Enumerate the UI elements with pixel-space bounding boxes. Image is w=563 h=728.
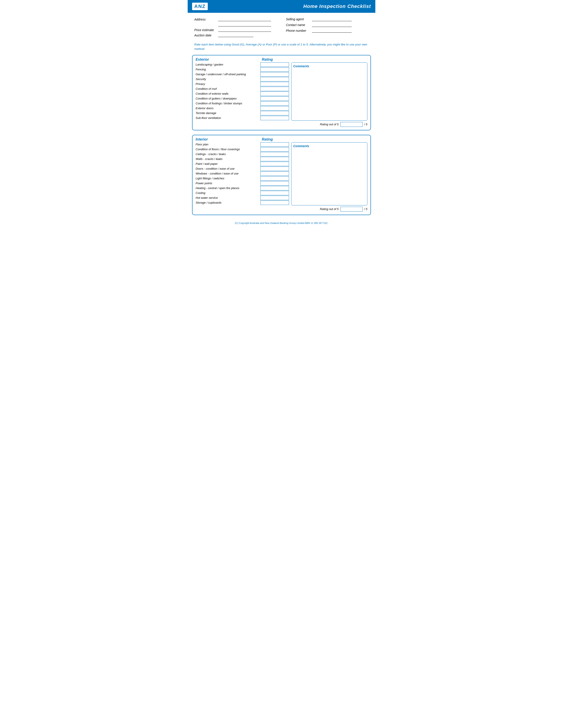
exterior-item-label-7: Condition of gutters / downpipes bbox=[195, 97, 258, 100]
interior-item-label-4: Paint / wall paper bbox=[195, 162, 258, 165]
exterior-item-row: Condition of footings / timber stumps bbox=[195, 101, 289, 106]
interior-rating-input-4[interactable] bbox=[260, 162, 289, 166]
interior-item-row: Walls - cracks / leaks bbox=[195, 157, 289, 161]
interior-rating-input-3[interactable] bbox=[260, 157, 289, 161]
address-label: Address bbox=[194, 17, 216, 21]
selling-agent-label: Selling agent bbox=[286, 17, 310, 21]
interior-rating-input-7[interactable] bbox=[260, 176, 289, 181]
left-fields: Address Price estimate Auction date bbox=[194, 17, 277, 37]
interior-comments-label: Comments bbox=[293, 144, 366, 148]
exterior-item-row: Fencing bbox=[195, 67, 289, 72]
interior-item-label-10: Cooling bbox=[195, 191, 258, 195]
selling-agent-input[interactable] bbox=[312, 17, 352, 21]
exterior-item-row: Exterior doors bbox=[195, 106, 289, 111]
interior-item-row: Doors - condition / ease of use bbox=[195, 167, 289, 171]
exterior-item-label-1: Fencing bbox=[195, 68, 258, 71]
exterior-rating-input-0[interactable] bbox=[260, 62, 289, 67]
exterior-rating-input-11[interactable] bbox=[260, 116, 289, 120]
contact-name-input[interactable] bbox=[312, 23, 352, 27]
exterior-title: Exterior bbox=[195, 58, 262, 62]
exterior-item-row: Security bbox=[195, 77, 289, 81]
phone-number-label: Phone number bbox=[286, 29, 310, 32]
interior-rating-input-0[interactable] bbox=[260, 142, 289, 147]
interior-rating-input-8[interactable] bbox=[260, 181, 289, 186]
interior-title: Interior bbox=[195, 137, 262, 141]
interior-rating-input-10[interactable] bbox=[260, 191, 289, 195]
exterior-item-row: Termite damage bbox=[195, 111, 289, 115]
exterior-item-row: Condition of exterior walls bbox=[195, 92, 289, 96]
auction-date-input[interactable] bbox=[218, 33, 253, 37]
exterior-rating-input-9[interactable] bbox=[260, 106, 289, 111]
interior-rating-input-9[interactable] bbox=[260, 186, 289, 190]
interior-item-label-7: Light fittings / switches bbox=[195, 177, 258, 180]
interior-rating-title: Rating bbox=[262, 137, 273, 141]
interior-rating-input-1[interactable] bbox=[260, 147, 289, 152]
exterior-item-row: Landscaping / garden bbox=[195, 62, 289, 67]
interior-rating-out-row: Rating out of 5 / 5 bbox=[195, 207, 368, 212]
exterior-rating-input-4[interactable] bbox=[260, 82, 289, 86]
interior-item-row: Windows - condition / ease of use bbox=[195, 171, 289, 176]
exterior-rating-out-label: Rating out of 5 bbox=[320, 123, 339, 126]
exterior-item-label-6: Condition of exterior walls bbox=[195, 92, 258, 95]
interior-items: Floor planCondition of floors / floor co… bbox=[195, 142, 289, 205]
exterior-item-label-11: Sub-floor ventilation bbox=[195, 116, 258, 120]
exterior-item-row: Condition of roof bbox=[195, 87, 289, 91]
interior-item-row: Heating - central / open fire places bbox=[195, 186, 289, 190]
exterior-comments-label: Comments bbox=[293, 64, 366, 68]
phone-number-input[interactable] bbox=[312, 29, 352, 33]
interior-item-label-8: Power points bbox=[195, 182, 258, 185]
instructions: Rate each item below using Good (G), Ave… bbox=[194, 42, 369, 51]
interior-item-label-0: Floor plan bbox=[195, 143, 258, 146]
exterior-rating-input-6[interactable] bbox=[260, 92, 289, 96]
interior-rating-input-5[interactable] bbox=[260, 167, 289, 171]
interior-rating-out-label: Rating out of 5 bbox=[320, 207, 339, 211]
exterior-item-label-0: Landscaping / garden bbox=[195, 63, 258, 66]
interior-rating-input-6[interactable] bbox=[260, 171, 289, 176]
exterior-item-row: Sub-floor ventilation bbox=[195, 116, 289, 120]
exterior-comments-box: Comments bbox=[291, 62, 368, 121]
interior-rating-input-12[interactable] bbox=[260, 201, 289, 205]
exterior-rating-title: Rating bbox=[262, 58, 273, 62]
interior-comments-box: Comments bbox=[291, 142, 368, 205]
page-title: Home Inspection Checklist bbox=[304, 4, 371, 9]
exterior-header: Exterior Rating bbox=[195, 58, 368, 62]
exterior-rating-out-input[interactable] bbox=[341, 122, 363, 127]
interior-item-row: Cooling bbox=[195, 191, 289, 195]
exterior-item-row: Privacy bbox=[195, 82, 289, 86]
interior-content: Floor planCondition of floors / floor co… bbox=[195, 142, 368, 205]
exterior-rating-input-2[interactable] bbox=[260, 72, 289, 77]
exterior-rating-input-3[interactable] bbox=[260, 77, 289, 81]
exterior-rating-input-10[interactable] bbox=[260, 111, 289, 115]
interior-item-label-5: Doors - condition / ease of use bbox=[195, 167, 258, 170]
footer: (C) Copyright Australia and New Zealand … bbox=[188, 220, 375, 227]
interior-section: Interior Rating Floor planCondition of f… bbox=[192, 135, 371, 215]
logo: ANZ bbox=[192, 3, 208, 10]
exterior-rating-input-1[interactable] bbox=[260, 67, 289, 72]
exterior-item-label-4: Privacy bbox=[195, 82, 258, 86]
address-line2-input[interactable] bbox=[218, 23, 271, 26]
exterior-items: Landscaping / gardenFencingGarage / unde… bbox=[195, 62, 289, 121]
exterior-content: Landscaping / gardenFencingGarage / unde… bbox=[195, 62, 368, 121]
contact-name-label: Contact name bbox=[286, 23, 310, 27]
interior-rating-input-2[interactable] bbox=[260, 152, 289, 156]
interior-item-label-9: Heating - central / open fire places bbox=[195, 186, 258, 190]
exterior-rating-input-5[interactable] bbox=[260, 87, 289, 91]
interior-item-label-6: Windows - condition / ease of use bbox=[195, 172, 258, 175]
logo-text: ANZ bbox=[194, 4, 205, 9]
interior-rating-out-input[interactable] bbox=[341, 207, 363, 212]
interior-item-row: Light fittings / switches bbox=[195, 176, 289, 181]
price-estimate-row: Price estimate bbox=[194, 28, 277, 32]
exterior-item-label-5: Condition of roof bbox=[195, 87, 258, 90]
interior-item-row: Hot water service bbox=[195, 196, 289, 200]
price-estimate-label: Price estimate bbox=[194, 28, 216, 32]
interior-rating-input-11[interactable] bbox=[260, 196, 289, 200]
exterior-rating-out-row: Rating out of 5 / 5 bbox=[195, 122, 368, 127]
interior-item-row: Ceilings - cracks / leaks bbox=[195, 152, 289, 156]
interior-item-row: Floor plan bbox=[195, 142, 289, 147]
exterior-item-label-2: Garage / undercover / off-street parking bbox=[195, 73, 258, 76]
price-estimate-input[interactable] bbox=[218, 28, 271, 32]
exterior-rating-input-8[interactable] bbox=[260, 101, 289, 106]
exterior-rating-input-7[interactable] bbox=[260, 96, 289, 101]
address-line1-input[interactable] bbox=[218, 17, 271, 21]
interior-item-row: Storage / cupboards bbox=[195, 201, 289, 205]
